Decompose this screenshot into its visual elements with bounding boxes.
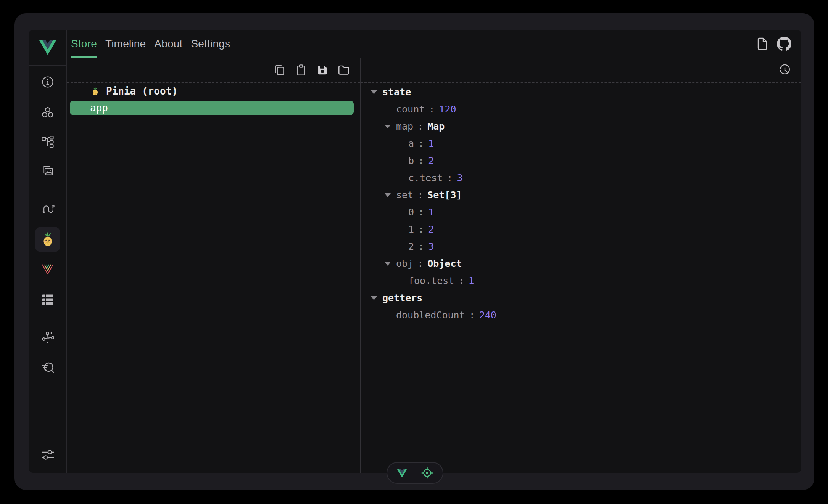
sidebar-divider [33, 191, 63, 191]
tree-key: 1 [408, 224, 414, 235]
vue-plugin-v-icon [41, 263, 55, 276]
tree-row[interactable]: 0 : 1 [361, 204, 801, 221]
tree-key: state [382, 87, 411, 98]
expander-icon[interactable] [384, 125, 391, 128]
key-value-separator: : [458, 275, 464, 286]
github-button[interactable] [777, 37, 791, 51]
key-value-separator: : [418, 224, 424, 235]
images-icon [41, 165, 54, 178]
tree-row[interactable]: foo.test : 1 [361, 272, 801, 289]
tree-key: b [408, 155, 414, 166]
sidebar-item-graph[interactable] [37, 327, 58, 348]
pineapple-icon [90, 86, 100, 96]
copy-state-button[interactable] [274, 64, 286, 76]
expander-icon[interactable] [384, 193, 391, 197]
save-icon [316, 64, 329, 76]
expander-icon[interactable] [370, 90, 378, 94]
clipboard-icon [295, 64, 307, 76]
history-button[interactable] [778, 64, 791, 77]
sidebar-item-inspect[interactable] [37, 357, 58, 379]
sidebar-item-overview[interactable] [37, 71, 58, 93]
tree-row[interactable]: a : 1 [361, 135, 801, 152]
key-value-separator: : [418, 241, 424, 252]
sidebar-item-settings[interactable] [37, 444, 58, 465]
sidebar-item-pages[interactable] [37, 131, 58, 152]
docs-button[interactable] [756, 37, 768, 51]
sidebar-item-components[interactable] [37, 102, 58, 124]
tree-row[interactable]: state [361, 83, 801, 101]
sidebar-item-assets[interactable] [37, 161, 58, 182]
sidebar-bottom-divider [29, 438, 66, 438]
sidebar [29, 30, 67, 473]
tree-value: 1 [428, 207, 434, 218]
tree-row[interactable]: obj : Object [361, 255, 801, 272]
tree-key: c.test [408, 172, 443, 183]
key-value-separator: : [447, 172, 453, 183]
expander-icon[interactable] [370, 296, 378, 300]
key-value-separator: : [417, 189, 423, 201]
tab-store[interactable]: Store [67, 30, 101, 58]
tree-value: 3 [428, 241, 434, 252]
open-state-file-button[interactable] [338, 64, 350, 76]
vue-logo [29, 30, 67, 66]
sidebar-item-entries[interactable] [37, 289, 58, 310]
file-icon [756, 37, 768, 51]
tree-row[interactable]: 2 : 3 [361, 238, 801, 255]
tree-value: Map [427, 121, 445, 132]
tree-row[interactable]: set : Set[3] [361, 186, 801, 204]
tab-timeline[interactable]: Timeline [101, 30, 150, 58]
store-list: Pinia (root) app [67, 83, 360, 115]
tree-row[interactable]: 1 : 2 [361, 221, 801, 238]
key-value-separator: : [418, 207, 424, 218]
devtools-window: StoreTimelineAboutSettings [14, 13, 814, 490]
paste-state-button[interactable] [295, 64, 307, 76]
store-item-app[interactable]: app [70, 101, 354, 115]
tree-icon [41, 135, 54, 148]
sidebar-item-pinia[interactable] [35, 227, 60, 252]
tab-bar: StoreTimelineAboutSettings [67, 30, 234, 58]
tab-about[interactable]: About [150, 30, 187, 58]
tree-row[interactable]: b : 2 [361, 152, 801, 169]
tree-value: Set[3] [427, 189, 462, 201]
list-rows-icon [41, 293, 54, 306]
sidebar-divider [33, 318, 63, 318]
tree-value: 2 [428, 224, 434, 235]
tree-key: 2 [408, 241, 414, 252]
devtools-toggle-button[interactable] [397, 469, 407, 478]
tree-key: set [396, 189, 413, 201]
tree-key: count [396, 104, 425, 115]
key-value-separator: : [429, 104, 435, 115]
key-value-separator: : [418, 155, 424, 166]
state-tree: state count : 120 map : Map a : 1 b : 2 … [361, 83, 801, 324]
key-value-separator: : [417, 121, 423, 132]
tree-key: obj [396, 258, 413, 269]
inspector-toolbar [361, 58, 801, 83]
search-lines-icon [41, 361, 54, 374]
store-root-row[interactable]: Pinia (root) [67, 83, 360, 99]
tree-value: 120 [439, 104, 456, 115]
store-root-label: Pinia (root) [106, 85, 178, 97]
save-state-button[interactable] [316, 64, 329, 76]
tree-key: doubledCount [396, 310, 465, 321]
tree-value: 240 [479, 310, 496, 321]
vue-logo-icon [397, 469, 407, 478]
tree-value: 1 [428, 138, 434, 149]
sliders-icon [41, 448, 54, 461]
tree-key: a [408, 138, 414, 149]
tree-row[interactable]: map : Map [361, 118, 801, 135]
vue-logo-icon [39, 40, 56, 55]
pill-divider [414, 469, 414, 477]
tree-row[interactable]: doubledCount : 240 [361, 307, 801, 324]
tree-value: 2 [428, 155, 434, 166]
tree-row[interactable]: c.test : 3 [361, 169, 801, 186]
tab-settings[interactable]: Settings [187, 30, 234, 58]
expander-icon[interactable] [384, 262, 391, 266]
sidebar-item-vue-plugin[interactable] [37, 258, 58, 280]
key-value-separator: : [417, 258, 423, 269]
tree-row[interactable]: count : 120 [361, 101, 801, 118]
tree-row[interactable]: getters [361, 289, 801, 307]
tree-key: getters [382, 292, 422, 303]
sidebar-item-timeline[interactable] [37, 199, 58, 220]
component-inspector-button[interactable] [421, 467, 433, 479]
topbar-actions [756, 30, 801, 58]
